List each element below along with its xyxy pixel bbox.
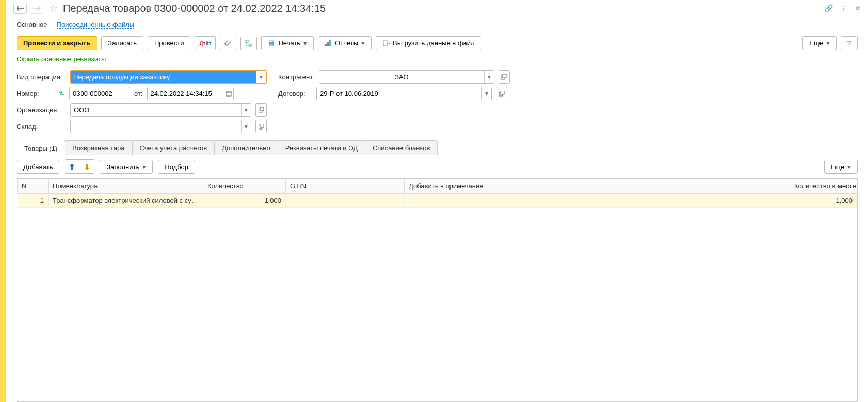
op-type-input[interactable]: ▼ [70,70,267,84]
date-field[interactable] [148,87,224,100]
contract-field[interactable] [317,87,481,100]
num-field[interactable] [70,87,130,100]
svg-rect-1 [249,44,252,46]
tab-goods[interactable]: Товары (1) [17,141,65,155]
nav-links: Основное Присоединенные файлы [6,15,868,32]
kebab-menu-icon[interactable]: ⋮ [840,4,847,12]
partner-field[interactable] [319,71,484,83]
titlebar: ☆ Передача товаров 0300-000002 от 24.02.… [6,0,868,15]
partner-dropdown-icon[interactable]: ▼ [484,71,494,83]
tab-print-req[interactable]: Реквизиты печати и ЭД [278,140,365,155]
dtkt-button[interactable]: ДтКт [195,36,216,50]
wh-dropdown-icon[interactable]: ▼ [241,120,251,133]
partner-label: Контрагент: [278,73,315,81]
open-icon [259,107,264,113]
document-title: Передача товаров 0300-000002 от 24.02.20… [63,3,821,14]
tab-accounts[interactable]: Счета учета расчетов [132,140,215,155]
favorite-star-icon[interactable]: ☆ [49,2,58,14]
partner-input[interactable]: ▼ [319,70,494,84]
svg-rect-11 [226,91,231,96]
nav-forward-button[interactable] [30,3,43,14]
nav-back-button[interactable] [13,3,27,14]
chart-icon [325,40,332,47]
open-icon [501,74,507,80]
svg-rect-18 [260,124,264,127]
nav-main-link[interactable]: Основное [17,21,47,29]
num-input[interactable] [69,87,130,100]
tabs: Товары (1) Возвратная тара Счета учета р… [17,140,858,155]
tree-icon [245,40,252,47]
cell-gtin[interactable] [286,194,405,208]
move-up-button[interactable]: ⬆ [65,160,79,173]
table-row[interactable]: 1 Трансформатор электрический силовой с … [18,194,857,208]
table-more-button[interactable]: Еще [824,160,858,174]
num-refresh-icon[interactable] [58,90,65,97]
cell-qty-place[interactable]: 1,000 [790,194,857,208]
print-button[interactable]: Печать [261,36,314,50]
close-icon[interactable]: ✕ [855,4,861,12]
org-dropdown-icon[interactable]: ▼ [241,104,251,116]
attach-button[interactable] [220,37,236,50]
hide-details-link[interactable]: Скрыть основные реквизиты [17,55,106,63]
link-icon[interactable]: 🔗 [824,4,833,12]
num-label: Номер: [17,90,54,98]
org-input[interactable]: ▼ [70,103,251,117]
form: Вид операции: ▼ Контрагент: ▼ [6,65,868,138]
export-icon [382,40,390,47]
save-button[interactable]: Записать [101,36,143,50]
export-button[interactable]: Выгрузить данные в файл [376,36,481,50]
printer-icon [268,40,275,47]
cell-qty[interactable]: 1,000 [203,194,286,208]
op-type-dropdown-icon[interactable]: ▼ [256,71,266,83]
contract-dropdown-icon[interactable]: ▼ [481,87,491,100]
org-field[interactable] [71,104,241,116]
col-gtin[interactable]: GTIN [286,179,405,194]
more-button[interactable]: Еще [802,36,836,50]
move-down-button[interactable]: ⬇ [79,160,94,173]
reports-label: Отчеты [335,39,358,47]
nav-files-link[interactable]: Присоединенные файлы [57,21,135,29]
col-nom[interactable]: Номенклатура [49,179,203,194]
op-label: Вид операции: [17,73,66,81]
post-and-close-button[interactable]: Провести и закрыть [17,36,97,50]
cell-note[interactable] [405,194,790,208]
post-button[interactable]: Провести [148,36,191,50]
svg-rect-0 [246,40,248,42]
tab-extra[interactable]: Дополнительно [214,140,278,155]
contract-open-button[interactable] [496,87,507,100]
col-qty[interactable]: Количество [203,179,286,194]
svg-rect-7 [329,40,331,46]
svg-rect-10 [503,74,506,78]
wh-input[interactable]: ▼ [70,120,251,133]
fill-button[interactable]: Заполнить [100,160,153,174]
cell-nom[interactable]: Трансформатор электрический силовой с су… [49,194,203,208]
open-icon [259,124,264,130]
open-icon [499,91,505,97]
date-input[interactable] [147,87,234,100]
org-open-button[interactable] [255,103,267,117]
col-n[interactable]: N [18,179,49,194]
contract-input[interactable]: ▼ [316,87,492,100]
svg-rect-6 [327,42,329,46]
contract-label: Договор: [278,90,312,98]
tab-tare[interactable]: Возвратная тара [65,140,132,155]
print-label: Печать [278,39,300,47]
structure-button[interactable] [240,37,257,50]
add-row-button[interactable]: Добавить [17,160,59,174]
partner-open-button[interactable] [499,70,510,84]
command-toolbar: Провести и закрыть Записать Провести ДтК… [6,32,868,53]
op-type-field[interactable] [71,71,256,83]
wh-open-button[interactable] [255,120,267,133]
reports-button[interactable]: Отчеты [318,36,372,50]
pick-button[interactable]: Подбор [158,160,195,174]
move-row-group: ⬆ ⬇ [65,159,94,174]
cell-n[interactable]: 1 [18,194,49,208]
help-button[interactable]: ? [841,36,858,50]
calendar-icon[interactable] [224,87,233,100]
col-note[interactable]: Добавить в примечание [405,179,790,194]
wh-field[interactable] [71,120,241,133]
col-qty-place[interactable]: Количество в месте [790,179,857,194]
tab-blanks[interactable]: Списание бланков [365,140,438,155]
org-label: Организация: [17,106,66,114]
svg-rect-16 [260,107,264,111]
